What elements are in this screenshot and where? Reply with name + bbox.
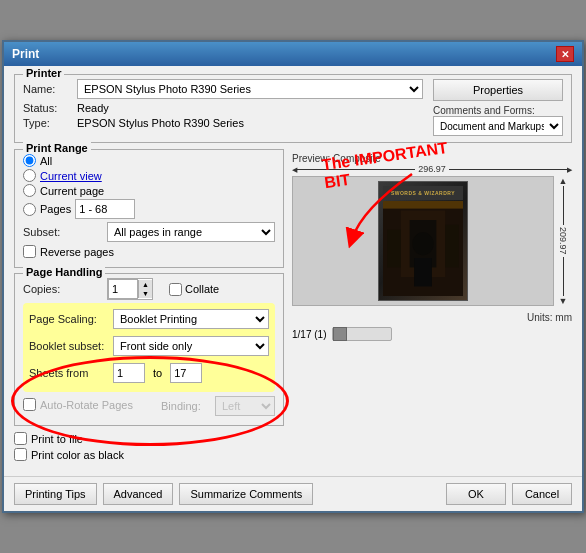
copies-up-btn[interactable]: ▲	[138, 280, 152, 289]
printer-group: Printer Name: EPSON Stylus Photo R390 Se…	[14, 74, 572, 143]
preview-image: SWORDS & WIZARDRY	[378, 181, 468, 301]
highlighted-section: Page Scaling: Booklet Printing Booklet s…	[23, 303, 275, 392]
print-color-checkbox[interactable]	[14, 448, 27, 461]
printing-tips-button[interactable]: Printing Tips	[14, 483, 97, 505]
printer-status-label: Status:	[23, 102, 73, 114]
window-title: Print	[12, 47, 39, 61]
current-page-label: Current page	[40, 185, 104, 197]
binding-label: Binding:	[161, 400, 211, 412]
print-to-file-checkbox[interactable]	[14, 432, 27, 445]
dim-arrow-right	[567, 164, 572, 174]
current-view-radio[interactable]	[23, 169, 36, 182]
close-button[interactable]: ✕	[556, 46, 574, 62]
booklet-subset-select[interactable]: Front side only	[113, 336, 269, 356]
comments-select[interactable]: Document and Markups	[433, 116, 563, 136]
auto-rotate-checkbox[interactable]	[23, 398, 36, 411]
advanced-button[interactable]: Advanced	[103, 483, 174, 505]
bottom-bar: Printing Tips Advanced Summarize Comment…	[4, 476, 582, 511]
dim-height-area: ▲ 209.97 ▼	[554, 176, 572, 306]
copies-input[interactable]	[108, 279, 138, 299]
printer-name-select[interactable]: EPSON Stylus Photo R390 Series	[77, 79, 423, 99]
all-radio-label[interactable]: All	[23, 154, 275, 167]
page-handling-group: Page Handling Copies: ▲ ▼ Colla	[14, 273, 284, 426]
sheets-to-input[interactable]	[170, 363, 202, 383]
pages-radio[interactable]	[23, 203, 36, 216]
sheets-from-label: Sheets from	[29, 367, 109, 379]
reverse-pages-label: Reverse pages	[40, 246, 114, 258]
printer-type-value: EPSON Stylus Photo R390 Series	[77, 117, 244, 129]
copies-spinner[interactable]: ▲ ▼	[107, 278, 153, 300]
ok-button[interactable]: OK	[446, 483, 506, 505]
dim-arrow-line2	[449, 169, 567, 170]
all-radio[interactable]	[23, 154, 36, 167]
svg-rect-4	[387, 230, 400, 268]
page-nav-text: 1/17 (1)	[292, 329, 326, 340]
reverse-pages-checkbox[interactable]	[23, 245, 36, 258]
page-scaling-select[interactable]: Booklet Printing	[113, 309, 269, 329]
svg-rect-5	[445, 225, 458, 268]
pages-label: Pages	[40, 203, 71, 215]
copies-label: Copies:	[23, 283, 103, 295]
svg-rect-7	[383, 201, 463, 209]
cancel-button[interactable]: Cancel	[512, 483, 572, 505]
printer-type-label: Type:	[23, 117, 73, 129]
all-label: All	[40, 155, 52, 167]
collate-label: Collate	[185, 283, 219, 295]
svg-rect-3	[414, 258, 432, 287]
subset-label: Subset:	[23, 226, 103, 238]
pages-radio-label[interactable]: Pages 1 - 68	[23, 199, 275, 219]
print-dialog: Print ✕ Printer Name: EPSON Stylus Photo…	[2, 40, 584, 513]
current-view-label: Current view	[40, 170, 102, 182]
printer-name-label: Name:	[23, 83, 73, 95]
title-bar: Print ✕	[4, 42, 582, 66]
auto-rotate-label: Auto-Rotate Pages	[40, 399, 133, 411]
print-to-file-label: Print to file	[31, 433, 83, 445]
sheets-from-input[interactable]	[113, 363, 145, 383]
binding-select[interactable]: Left	[215, 396, 275, 416]
page-slider[interactable]	[332, 327, 392, 341]
page-nav: 1/17 (1)	[292, 327, 572, 341]
current-page-radio-label[interactable]: Current page	[23, 184, 275, 197]
collate-checkbox[interactable]	[169, 283, 182, 296]
preview-box: SWORDS & WIZARDRY	[292, 176, 554, 306]
booklet-subset-label: Booklet subset:	[29, 340, 109, 352]
dim-height: 209.97	[558, 225, 568, 257]
preview-label: Preview: Composite	[292, 153, 572, 164]
dim-width: 296.97	[415, 164, 449, 174]
summarize-comments-button[interactable]: Summarize Comments	[179, 483, 313, 505]
properties-button[interactable]: Properties	[433, 79, 563, 101]
page-scaling-label: Page Scaling:	[29, 313, 109, 325]
preview-area: SWORDS & WIZARDRY	[292, 176, 572, 306]
current-view-radio-label[interactable]: Current view	[23, 169, 275, 182]
print-color-label: Print color as black	[31, 449, 124, 461]
print-range-group: Print Range All Current view Current	[14, 149, 284, 268]
units-label: Units: mm	[292, 312, 572, 323]
dim-down-arrow: ▼	[559, 296, 568, 306]
dim-arrow-line	[297, 169, 415, 170]
printer-status-value: Ready	[77, 102, 109, 114]
page-handling-label: Page Handling	[23, 266, 105, 278]
slider-thumb[interactable]	[333, 327, 347, 341]
copies-down-btn[interactable]: ▼	[138, 289, 152, 298]
sheets-to-label: to	[153, 367, 162, 379]
dim-up-arrow: ▲	[559, 176, 568, 186]
print-range-label: Print Range	[23, 142, 91, 154]
svg-point-6	[412, 232, 433, 255]
preview-title: SWORDS & WIZARDRY	[391, 190, 455, 196]
printer-group-label: Printer	[23, 67, 64, 79]
subset-select[interactable]: All pages in range	[107, 222, 275, 242]
comments-label: Comments and Forms:	[433, 105, 563, 116]
pages-input[interactable]: 1 - 68	[75, 199, 135, 219]
current-page-radio[interactable]	[23, 184, 36, 197]
